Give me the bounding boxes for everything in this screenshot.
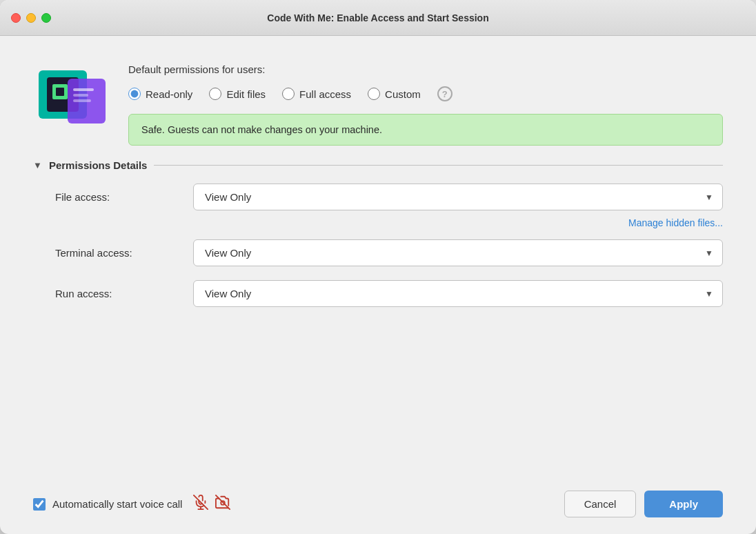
help-button[interactable]: ?: [437, 86, 452, 101]
auto-call-checkbox[interactable]: [33, 498, 46, 511]
terminal-access-label: Terminal access:: [55, 247, 193, 259]
apply-button[interactable]: Apply: [644, 491, 723, 517]
radio-edit-files[interactable]: Edit files: [209, 88, 266, 100]
file-access-row: File access: View Only Edit Files No Acc…: [33, 184, 723, 210]
svg-rect-5: [73, 88, 94, 91]
window-controls: [11, 13, 51, 23]
content-area: Default permissions for users: Read-only…: [0, 36, 756, 479]
minimize-button[interactable]: [26, 13, 36, 23]
details-section: ▼ Permissions Details File access: View …: [33, 159, 723, 307]
run-access-select[interactable]: View Only Edit Files No Access: [193, 280, 723, 307]
svg-rect-7: [73, 99, 91, 102]
terminal-access-select-wrapper: View Only Edit Files No Access ▼: [193, 239, 723, 266]
manage-hidden-files-link[interactable]: Manage hidden files...: [628, 217, 723, 228]
svg-rect-3: [56, 88, 64, 96]
dialog-window: Code With Me: Enable Access and Start Se…: [0, 0, 756, 534]
run-access-row: Run access: View Only Edit Files No Acce…: [33, 280, 723, 307]
svg-line-11: [216, 495, 230, 509]
radio-custom-input[interactable]: [368, 88, 380, 100]
details-header: ▼ Permissions Details: [33, 159, 723, 171]
mic-off-icon: [193, 495, 208, 513]
top-section: Default permissions for users: Read-only…: [33, 58, 723, 146]
radio-edit-files-input[interactable]: [209, 88, 221, 100]
app-logo: [33, 58, 109, 134]
radio-full-access-input[interactable]: [282, 88, 295, 100]
radio-read-only[interactable]: Read-only: [128, 88, 192, 100]
manage-link-row: Manage hidden files...: [33, 217, 723, 228]
maximize-button[interactable]: [41, 13, 51, 23]
permissions-section: Default permissions for users: Read-only…: [128, 58, 723, 146]
radio-group: Read-only Edit files Full access Custom: [128, 86, 723, 101]
footer: Automatically start voice call: [0, 479, 756, 534]
safe-message: Safe. Guests can not make changes on you…: [128, 114, 723, 146]
close-button[interactable]: [11, 13, 21, 23]
titlebar: Code With Me: Enable Access and Start Se…: [0, 0, 756, 36]
radio-full-access[interactable]: Full access: [282, 88, 351, 100]
dialog-title: Code With Me: Enable Access and Start Se…: [267, 12, 488, 23]
radio-custom-label: Custom: [385, 88, 421, 100]
run-access-label: Run access:: [55, 288, 193, 299]
collapse-arrow-icon[interactable]: ▼: [33, 160, 42, 170]
radio-read-only-input[interactable]: [128, 88, 141, 100]
file-access-select-wrapper: View Only Edit Files No Access ▼: [193, 184, 723, 210]
camera-off-icon: [215, 495, 230, 513]
call-icons: [193, 495, 230, 513]
radio-full-access-label: Full access: [299, 88, 351, 100]
file-access-select[interactable]: View Only Edit Files No Access: [193, 184, 723, 210]
details-title: Permissions Details: [49, 159, 148, 171]
cancel-button[interactable]: Cancel: [564, 491, 637, 517]
radio-edit-files-label: Edit files: [226, 88, 266, 100]
permissions-label: Default permissions for users:: [128, 63, 723, 75]
run-access-select-wrapper: View Only Edit Files No Access ▼: [193, 280, 723, 307]
details-separator: [154, 165, 723, 166]
terminal-access-row: Terminal access: View Only Edit Files No…: [33, 239, 723, 266]
footer-buttons: Cancel Apply: [564, 491, 723, 517]
svg-rect-6: [73, 94, 88, 97]
auto-call-section: Automatically start voice call: [33, 495, 230, 513]
auto-call-label: Automatically start voice call: [52, 498, 182, 510]
terminal-access-select[interactable]: View Only Edit Files No Access: [193, 239, 723, 266]
radio-read-only-label: Read-only: [146, 88, 192, 100]
file-access-label: File access:: [55, 191, 193, 203]
radio-custom[interactable]: Custom: [368, 88, 421, 100]
